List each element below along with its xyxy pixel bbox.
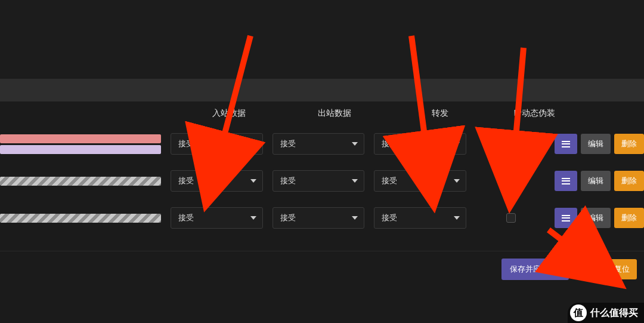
zone-bar xyxy=(0,134,161,143)
select-value: 接受 xyxy=(280,176,296,186)
inbound-select[interactable]: 接受 xyxy=(171,133,262,155)
chevron-down-icon xyxy=(454,179,460,183)
forward-select[interactable]: 接受 xyxy=(374,207,466,229)
select-value: 接受 xyxy=(382,213,397,223)
outbound-select[interactable]: 接受 xyxy=(273,170,364,192)
firewall-zones-table: 入站数据 出站数据 转发 IP动态伪装 接受 接受 接受 xyxy=(0,101,644,236)
drag-handle-button[interactable] xyxy=(555,171,577,191)
ipmasq-checkbox[interactable] xyxy=(506,176,516,186)
chevron-down-icon xyxy=(352,179,358,183)
ipmasq-checkbox[interactable] xyxy=(506,213,516,223)
select-value: 接受 xyxy=(178,213,194,223)
zone-bar xyxy=(0,145,161,154)
header-outbound: 出站数据 xyxy=(281,108,387,119)
select-value: 接受 xyxy=(178,139,194,149)
svg-marker-6 xyxy=(250,216,256,220)
delete-button[interactable]: 删除 xyxy=(614,171,644,191)
header-ipmasq: IP动态伪装 xyxy=(493,108,576,119)
svg-marker-1 xyxy=(352,142,358,146)
header-inbound: 入站数据 xyxy=(176,108,281,119)
save-apply-label: 保存并应用 xyxy=(510,264,549,275)
zone-bar xyxy=(0,214,161,223)
zone-indicator xyxy=(0,134,166,154)
drag-handle-icon xyxy=(562,178,570,184)
zone-indicator xyxy=(0,214,166,223)
table-row: 接受 接受 接受 编辑 删除 xyxy=(0,125,644,162)
edit-button[interactable]: 编辑 xyxy=(581,208,611,228)
drag-handle-icon xyxy=(562,215,570,222)
svg-marker-3 xyxy=(250,179,256,183)
reset-button[interactable]: 复位 xyxy=(607,259,637,279)
delete-button[interactable]: 删除 xyxy=(614,208,644,228)
chevron-down-icon xyxy=(352,216,358,220)
delete-button[interactable]: 删除 xyxy=(614,134,644,154)
select-value: 接受 xyxy=(178,176,194,186)
inbound-select[interactable]: 接受 xyxy=(171,170,262,192)
section-divider-bar xyxy=(0,79,644,101)
chevron-down-icon xyxy=(250,216,256,220)
select-value: 接受 xyxy=(382,139,397,149)
select-value: 接受 xyxy=(382,176,397,186)
chevron-down-icon xyxy=(250,179,256,183)
outbound-select[interactable]: 接受 xyxy=(273,207,364,229)
svg-marker-8 xyxy=(454,216,460,220)
zone-indicator xyxy=(0,177,166,186)
chevron-down-icon xyxy=(352,142,358,146)
ipmasq-checkbox[interactable] xyxy=(506,139,516,149)
svg-marker-2 xyxy=(454,142,460,146)
svg-marker-5 xyxy=(454,179,460,183)
chevron-down-icon xyxy=(454,216,460,220)
chevron-down-icon xyxy=(454,142,460,146)
svg-marker-0 xyxy=(250,142,256,146)
footer-actions: 保存并应用 保存 复位 xyxy=(0,251,644,287)
edit-button[interactable]: 编辑 xyxy=(581,171,611,191)
inbound-select[interactable]: 接受 xyxy=(171,207,262,229)
save-apply-button[interactable]: 保存并应用 xyxy=(501,259,569,280)
select-value: 接受 xyxy=(280,139,296,149)
watermark: 值 什么值得买 xyxy=(568,303,644,323)
save-button[interactable]: 保存 xyxy=(574,259,602,279)
chevron-down-icon xyxy=(250,142,256,146)
svg-marker-7 xyxy=(352,216,358,220)
header-forward: 转发 xyxy=(387,108,493,119)
table-row: 接受 接受 接受 编辑 删除 xyxy=(0,162,644,199)
top-empty-area xyxy=(0,0,644,79)
select-value: 接受 xyxy=(280,213,296,223)
drag-handle-icon xyxy=(562,141,570,147)
drag-handle-button[interactable] xyxy=(555,208,577,228)
drag-handle-button[interactable] xyxy=(555,134,577,154)
svg-marker-4 xyxy=(352,179,358,183)
zone-bar xyxy=(0,177,161,186)
table-row: 接受 接受 接受 编辑 删除 xyxy=(0,199,644,236)
forward-select[interactable]: 接受 xyxy=(374,133,466,155)
chevron-down-icon xyxy=(555,267,561,271)
watermark-badge: 值 xyxy=(570,304,587,321)
table-header-row: 入站数据 出站数据 转发 IP动态伪装 xyxy=(0,101,644,125)
edit-button[interactable]: 编辑 xyxy=(581,134,611,154)
forward-select[interactable]: 接受 xyxy=(374,170,466,192)
outbound-select[interactable]: 接受 xyxy=(273,133,364,155)
watermark-text: 什么值得买 xyxy=(590,307,638,319)
